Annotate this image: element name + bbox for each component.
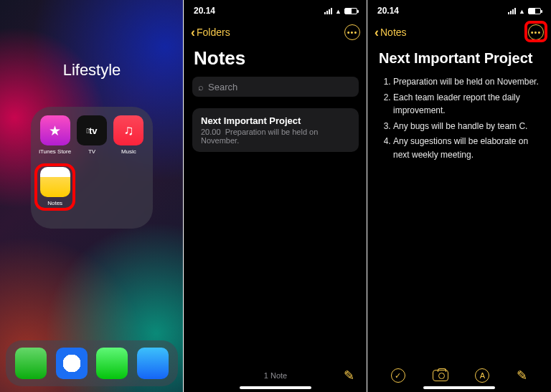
- battery-icon: [344, 8, 357, 14]
- camera-button[interactable]: [433, 370, 448, 381]
- checklist-button[interactable]: ✓: [391, 368, 405, 383]
- notes-icon: [40, 167, 70, 197]
- note-list: Preparation will be held on November. Ea…: [380, 75, 540, 162]
- mail-icon[interactable]: [137, 348, 169, 379]
- cellular-icon: [324, 8, 332, 14]
- home-indicator[interactable]: [423, 386, 495, 389]
- status-time: 20.14: [377, 6, 399, 16]
- compose-icon: ✎: [344, 368, 354, 383]
- status-indicators: [324, 6, 357, 16]
- wifi-icon: [519, 6, 525, 16]
- folder-title: Lifestyle: [63, 61, 121, 80]
- cellular-icon: [508, 8, 516, 14]
- back-button[interactable]: ‹ Notes: [375, 26, 407, 39]
- app-label: iTunes Store: [39, 148, 71, 155]
- nav-bar: ‹ Folders •••: [184, 21, 367, 43]
- search-icon: ⌕: [198, 82, 204, 92]
- search-input[interactable]: ⌕ Search: [192, 77, 359, 97]
- notes-list-screen: 20.14 ‹ Folders ••• Notes ⌕ Search Next …: [184, 0, 367, 392]
- app-notes[interactable]: Notes: [38, 167, 72, 217]
- more-button[interactable]: •••: [344, 24, 360, 40]
- status-bar: 20.14: [184, 0, 367, 21]
- note-list-item: Any sugestions will be elaborate on next…: [393, 135, 540, 161]
- compose-button[interactable]: ✎: [344, 368, 354, 383]
- status-time: 20.14: [194, 6, 215, 16]
- compose-button[interactable]: ✎: [517, 368, 527, 383]
- markup-button[interactable]: A: [475, 368, 489, 383]
- note-list-item: Each team leader report the daily improv…: [393, 91, 540, 118]
- nav-bar: ‹ Notes •••: [367, 21, 551, 43]
- note-body[interactable]: Preparation will be held on November. Ea…: [367, 75, 551, 162]
- note-list-item[interactable]: Next Important Project 20.00 Preparation…: [192, 108, 359, 152]
- dock: [6, 340, 178, 386]
- home-folder-screen: Lifestyle ★ iTunes Store tv TV ♫ Music …: [0, 0, 184, 392]
- note-title: Next Important Project: [367, 43, 551, 75]
- wifi-icon: [335, 6, 342, 16]
- home-indicator[interactable]: [240, 386, 311, 389]
- check-icon: ✓: [395, 371, 401, 381]
- chevron-left-icon: ‹: [191, 26, 195, 39]
- app-label: TV: [88, 148, 95, 155]
- battery-icon: [528, 8, 541, 14]
- back-button[interactable]: ‹ Folders: [191, 26, 230, 39]
- page-title: Notes: [184, 43, 367, 77]
- app-tv[interactable]: tv TV: [75, 115, 108, 166]
- phone-icon[interactable]: [15, 348, 47, 379]
- status-indicators: [508, 6, 541, 16]
- back-label: Folders: [197, 27, 230, 38]
- tv-icon: tv: [77, 115, 107, 145]
- chevron-left-icon: ‹: [375, 26, 379, 39]
- ellipsis-icon: •••: [347, 28, 358, 37]
- music-note-icon: ♫: [113, 115, 143, 145]
- star-icon: ★: [40, 115, 70, 145]
- app-label: Music: [121, 148, 136, 155]
- status-bar: 20.14: [367, 0, 551, 21]
- app-music[interactable]: ♫ Music: [112, 115, 146, 166]
- folder-container: ★ iTunes Store tv TV ♫ Music Notes: [31, 107, 153, 229]
- note-count: 1 Note: [264, 371, 287, 380]
- note-detail-screen: 20.14 ‹ Notes ••• Next Important Project…: [367, 0, 551, 392]
- app-itunes-store[interactable]: ★ iTunes Store: [38, 115, 72, 166]
- highlight-box: [524, 21, 547, 42]
- safari-icon[interactable]: [56, 348, 88, 379]
- note-list-item: Any bugs will be handle by team C.: [393, 120, 540, 133]
- search-placeholder: Search: [208, 82, 237, 92]
- messages-icon[interactable]: [96, 348, 128, 379]
- markup-icon: A: [480, 371, 485, 380]
- back-label: Notes: [380, 27, 407, 38]
- compose-icon: ✎: [517, 368, 527, 383]
- note-list-item: Preparation will be held on November.: [393, 75, 540, 89]
- note-item-subtitle: 20.00 Preparation will be held on Novemb…: [201, 128, 350, 145]
- note-item-title: Next Important Project: [201, 115, 350, 126]
